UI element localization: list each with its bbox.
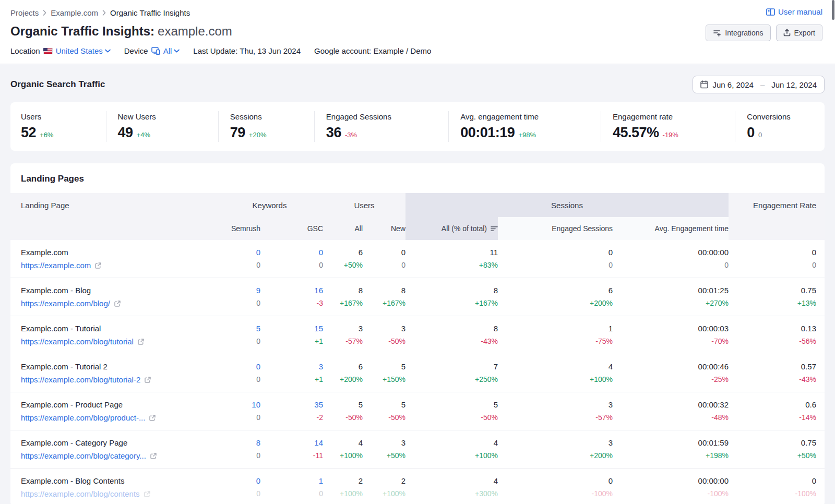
date-range-picker[interactable]: Jun 6, 2024 – Jun 12, 2024	[693, 76, 825, 93]
cell-value[interactable]: 9	[216, 285, 260, 296]
landing-page-link[interactable]: https://example.com/blog/	[21, 298, 110, 309]
metric-cell: 4+300%	[405, 475, 498, 499]
metric-cell: 00:01:25+270%	[613, 285, 729, 308]
cell-value[interactable]: 8	[216, 437, 260, 449]
device-filter[interactable]: Device All	[124, 46, 180, 55]
metric-cell: 100	[216, 399, 260, 423]
landing-page-link[interactable]: https://example.com/blog/category...	[21, 451, 146, 461]
cell-delta: +150%	[363, 375, 405, 385]
metric-cell: 15+1	[260, 323, 323, 346]
cell-value: 7	[405, 361, 498, 373]
metric-cell: 6+200%	[323, 361, 363, 385]
external-link-icon[interactable]	[144, 490, 151, 498]
external-link-icon[interactable]	[94, 262, 102, 269]
device-value[interactable]: All	[163, 46, 180, 55]
cell-value[interactable]: 35	[260, 399, 323, 411]
column-group-sessions: Sessions	[405, 193, 729, 217]
cell-value[interactable]: 14	[260, 437, 323, 449]
column-landing-page[interactable]: Landing Page	[21, 201, 216, 210]
cell-value: 0.75	[729, 437, 816, 449]
landing-page-link[interactable]: https://example.com	[21, 260, 91, 271]
cell-delta: +200%	[323, 375, 363, 385]
cell-value[interactable]: 16	[260, 285, 323, 296]
landing-page-name: Example.com - Blog Contents	[21, 475, 210, 487]
cell-delta: +1	[260, 337, 323, 346]
landing-page-cell: Example.com - Category Page https://exam…	[21, 437, 216, 461]
column-gsc[interactable]: GSC	[260, 224, 323, 233]
filter-bar: Location United States Device All Last U…	[10, 46, 822, 55]
metric-cell: 3+1	[260, 361, 323, 385]
google-account: Google account: Example / Demo	[314, 46, 431, 55]
user-manual-link[interactable]: User manual	[766, 7, 822, 16]
external-link-icon[interactable]	[114, 300, 121, 307]
chevron-right-icon	[43, 10, 46, 16]
cell-value[interactable]: 10	[216, 399, 260, 411]
page-title: Organic Traffic Insights:example.com	[10, 24, 822, 39]
cell-value[interactable]: 1	[260, 475, 323, 487]
cell-delta: +83%	[405, 260, 498, 270]
metric-cell: 2+100%	[363, 475, 405, 499]
landing-page-link[interactable]: https://example.com/blog/tutorial-2	[21, 375, 140, 385]
cell-value[interactable]: 5	[216, 323, 260, 334]
cell-value: 0.57	[729, 361, 816, 373]
cell-delta: -43%	[405, 337, 498, 346]
landing-page-link[interactable]: https://example.com/blog/tutorial	[21, 337, 134, 347]
cell-value[interactable]: 0	[260, 247, 323, 258]
landing-page-cell: Example.com - Product Page https://examp…	[21, 399, 216, 423]
cell-delta: 0	[613, 260, 729, 270]
export-button[interactable]: Export	[776, 25, 822, 41]
metric-cell: 00	[729, 247, 816, 270]
metric-delta: +20%	[249, 131, 267, 139]
column-users-all[interactable]: All	[323, 224, 363, 233]
column-semrush[interactable]: Semrush	[216, 224, 260, 233]
cell-value: 0.13	[729, 323, 816, 334]
metric-delta: 0	[758, 131, 762, 139]
scrollbar-thumb[interactable]	[832, 0, 834, 20]
cell-value[interactable]: 0	[216, 247, 260, 258]
landing-page-link[interactable]: https://example.com/blog/contents	[21, 489, 140, 499]
cell-value[interactable]: 15	[260, 323, 323, 334]
external-link-icon[interactable]	[150, 452, 157, 460]
page-scrollbar[interactable]	[832, 0, 835, 504]
location-filter[interactable]: Location United States	[10, 46, 111, 55]
integrations-button[interactable]: Integrations	[706, 25, 770, 41]
metric-cell: 00:00:46-25%	[613, 361, 729, 385]
external-link-icon[interactable]	[137, 338, 145, 345]
external-link-icon[interactable]	[149, 414, 156, 422]
cell-value: 0	[363, 247, 405, 258]
metric-value: 79	[230, 125, 245, 141]
cell-value[interactable]: 3	[260, 361, 323, 373]
metric-cell: 5-50%	[363, 399, 405, 423]
location-value[interactable]: United States	[56, 46, 111, 55]
metric-cell: 4+100%	[498, 361, 613, 385]
column-sessions-all-sorted[interactable]: All (% of total)	[405, 217, 498, 240]
cell-delta: 0	[216, 489, 260, 499]
cell-delta: +100%	[405, 451, 498, 461]
cell-delta: +13%	[729, 298, 816, 308]
metric-cell: 00:00:03-70%	[613, 323, 729, 346]
landing-page-cell: Example.com - Tutorial https://example.c…	[21, 323, 216, 347]
cell-delta: 0	[216, 337, 260, 346]
breadcrumb: Projects Example.com Organic Traffic Ins…	[10, 8, 822, 17]
cell-value: 0.75	[729, 285, 816, 296]
cell-value: 5	[363, 361, 405, 373]
column-avg-engagement-time[interactable]: Avg. Engagement time	[613, 217, 729, 240]
metric-cell: 8+167%	[323, 285, 363, 308]
landing-page-link[interactable]: https://example.com/blog/product-...	[21, 413, 145, 423]
cell-value[interactable]: 0	[216, 361, 260, 373]
table-sub-header: Semrush GSC All New All (% of total) Eng…	[10, 217, 825, 240]
metric-value: 0	[747, 125, 755, 141]
breadcrumb-projects[interactable]: Projects	[10, 8, 39, 17]
column-users-new[interactable]: New	[363, 224, 405, 233]
landing-page-name: Example.com	[21, 247, 210, 258]
metric-cell: 3+200%	[498, 437, 613, 461]
column-engaged-sessions[interactable]: Engaged Sessions	[498, 217, 613, 240]
cell-delta: +100%	[323, 489, 363, 499]
column-engagement-rate[interactable]: Engagement Rate	[729, 201, 816, 210]
metric-value: 36	[326, 125, 341, 141]
cell-value: 5	[363, 399, 405, 411]
cell-value[interactable]: 0	[216, 475, 260, 487]
external-link-icon[interactable]	[144, 376, 151, 383]
breadcrumb-project-name[interactable]: Example.com	[51, 8, 98, 17]
cell-value: 6	[323, 247, 363, 258]
